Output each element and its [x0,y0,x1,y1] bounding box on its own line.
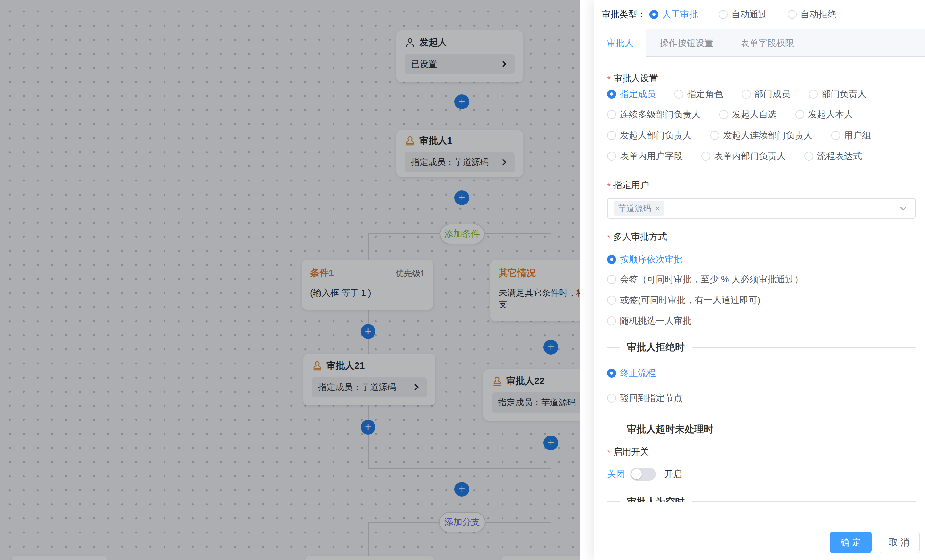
approver-setting-row2: 连续多级部门负责人 发起人自选 发起人本人 [607,107,853,122]
radio-starter-multi-dept-leader[interactable]: 发起人连续部门负责人 [710,129,813,142]
approve-type-row: 审批类型： 人工审批 自动通过 自动拒绝 [594,0,925,29]
footer-divider [594,516,925,516]
enable-switch-label: 启用开关 [607,444,649,459]
radio-multi-level-dept-leader[interactable]: 连续多级部门负责人 [607,108,701,120]
workflow-designer: 发起人 已设置 审批人1 指定成员：芋道源码 [0,0,925,560]
empty-section-divider: 审批人为空时 [607,494,916,503]
radio-dot-icon [741,90,750,99]
radio-random-one[interactable]: 随机挑选一人审批 [607,315,691,327]
timeout-enable-toggle-row: 关闭 开启 [607,467,682,482]
drawer-body[interactable]: 审批人设置 指定成员 指定角色 部门成员 部门负责人 连续多级部门负责人 发起人… [594,57,925,503]
radio-dot-icon [607,275,616,284]
timeout-section-title: 审批人超时未处理时 [627,423,713,436]
radio-return-to-node[interactable]: 驳回到指定节点 [607,392,683,404]
radio-terminate-process[interactable]: 终止流程 [607,367,656,379]
radio-dot-icon [607,131,616,140]
radio-dot-icon [607,316,616,325]
approver-setting-label: 审批人设置 [607,71,658,86]
radio-assigned-role[interactable]: 指定角色 [674,88,723,100]
radio-dot-icon [607,90,616,99]
switch-off-label: 关闭 [607,468,625,480]
canvas-dim-overlay[interactable] [0,0,580,560]
radio-dot-icon [607,296,616,305]
approver-setting-row3: 发起人部门负责人 发起人连续部门负责人 用户组 [607,128,871,143]
radio-dot-icon [795,110,804,119]
radio-countersign[interactable]: 会签（可同时审批，至少 % 人必须审批通过） [607,273,803,285]
radio-manual-approve[interactable]: 人工审批 [649,8,698,21]
tab-form-field-permission[interactable]: 表单字段权限 [727,29,807,57]
radio-user-group[interactable]: 用户组 [831,129,871,142]
radio-sequential[interactable]: 按顺序依次审批 [607,253,683,266]
drawer-tabs: 审批人 操作按钮设置 表单字段权限 [594,29,925,56]
radio-dept-leader[interactable]: 部门负责人 [809,88,866,100]
multi-approve-label: 多人审批方式 [607,229,667,244]
empty-section-title: 审批人为空时 [627,495,685,503]
radio-dot-icon [649,10,658,19]
radio-assigned-member[interactable]: 指定成员 [607,88,656,100]
radio-starter-self[interactable]: 发起人本人 [795,108,853,120]
tab-button-settings[interactable]: 操作按钮设置 [646,29,727,57]
radio-orsign[interactable]: 或签(可同时审批，有一人通过即可) [607,294,761,306]
user-tag: 芋道源码 × [613,201,664,216]
enable-switch[interactable] [630,468,656,481]
approver-setting-row4: 表单内用户字段 表单内部门负责人 流程表达式 [607,149,862,164]
tab-approver[interactable]: 审批人 [594,29,646,57]
cancel-button[interactable]: 取 消 [878,532,920,553]
radio-form-dept-leader[interactable]: 表单内部门负责人 [701,150,786,162]
timeout-section-divider: 审批人超时未处理时 [607,422,916,437]
approver-settings-drawer: 审批类型： 人工审批 自动通过 自动拒绝 审批人 操作按钮设置 [594,0,925,560]
radio-form-user-field[interactable]: 表单内用户字段 [607,150,683,162]
radio-dot-icon [809,90,818,99]
radio-dot-icon [607,255,616,264]
approver-setting-row1: 指定成员 指定角色 部门成员 部门负责人 [607,87,866,101]
radio-dot-icon [719,110,728,119]
radio-dot-icon [719,10,728,19]
tag-close-icon[interactable]: × [655,203,660,214]
chevron-down-icon [899,204,908,213]
reject-section-title: 审批人拒绝时 [627,341,685,354]
radio-dot-icon [607,152,616,161]
radio-dot-icon [804,152,813,161]
radio-dot-icon [788,10,797,19]
radio-dot-icon [831,131,840,140]
reject-section-divider: 审批人拒绝时 [607,340,916,355]
radio-starter-self-select[interactable]: 发起人自选 [719,108,777,120]
assign-user-select[interactable]: 芋道源码 × [607,198,916,218]
confirm-button[interactable]: 确 定 [830,532,872,553]
flow-canvas[interactable]: 发起人 已设置 审批人1 指定成员：芋道源码 [0,0,580,560]
approve-type-label: 审批类型： [601,8,646,21]
radio-dot-icon [607,369,616,378]
radio-dot-icon [674,90,683,99]
radio-dot-icon [701,152,710,161]
radio-dot-icon [710,131,719,140]
switch-on-label: 开启 [664,468,682,480]
switch-knob [631,469,642,479]
radio-dept-member[interactable]: 部门成员 [741,88,790,100]
radio-auto-pass[interactable]: 自动通过 [719,8,767,21]
radio-starter-dept-leader[interactable]: 发起人部门负责人 [607,129,691,142]
radio-dot-icon [607,394,616,403]
radio-process-expression[interactable]: 流程表达式 [804,150,862,162]
radio-dot-icon [607,110,616,119]
radio-auto-reject[interactable]: 自动拒绝 [788,8,836,21]
assign-user-label: 指定用户 [607,178,649,193]
